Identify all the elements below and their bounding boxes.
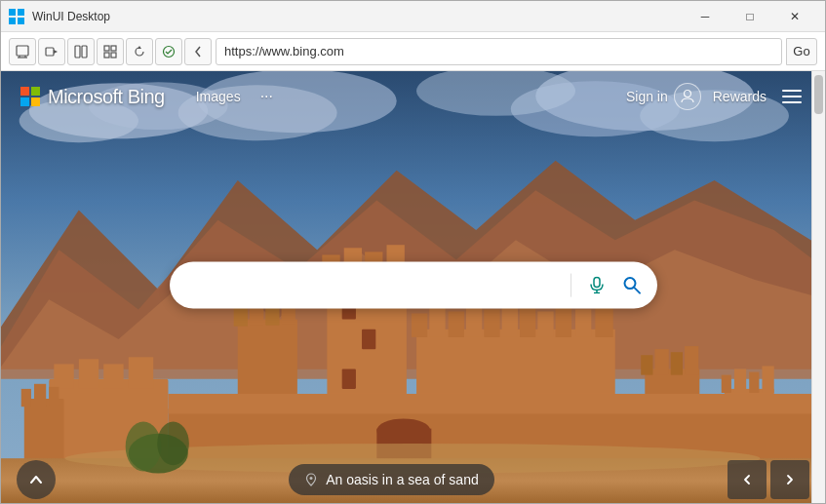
- address-input[interactable]: [216, 38, 782, 65]
- svg-rect-46: [362, 330, 375, 349]
- svg-point-91: [310, 477, 313, 480]
- toolbar-btn-check[interactable]: [155, 38, 182, 65]
- title-bar: WinUI Desktop ─ □ ✕: [1, 1, 825, 32]
- svg-rect-11: [82, 46, 87, 58]
- svg-rect-64: [575, 309, 591, 337]
- check-icon: [162, 45, 176, 58]
- svg-rect-1: [18, 9, 24, 16]
- search-container: [170, 261, 657, 308]
- svg-rect-47: [342, 369, 356, 389]
- ms-sq-blue: [20, 97, 29, 106]
- prev-image-button[interactable]: [728, 460, 767, 499]
- svg-rect-77: [168, 394, 823, 413]
- svg-rect-14: [104, 53, 109, 58]
- toolbar-btn-5[interactable]: [126, 38, 153, 65]
- sign-in-button[interactable]: Sign in: [626, 83, 701, 110]
- scroll-up-button[interactable]: [17, 460, 56, 499]
- ham-line-2: [782, 96, 802, 97]
- back-arrow-icon: [191, 45, 205, 58]
- browser-content: Microsoft Bing Images ··· Sign in Reward…: [1, 71, 825, 503]
- svg-rect-38: [34, 384, 46, 406]
- nav-toolbar: [9, 38, 212, 65]
- toolbar-btn-3[interactable]: [67, 38, 95, 65]
- sign-in-label: Sign in: [626, 89, 668, 104]
- toolbar-btn-back[interactable]: [184, 38, 212, 65]
- nav-link-images[interactable]: Images: [188, 85, 249, 108]
- layout-icon: [74, 45, 88, 58]
- search-divider: [570, 273, 571, 296]
- svg-rect-8: [46, 48, 54, 56]
- svg-rect-4: [17, 46, 28, 56]
- image-caption-pill[interactable]: An oasis in a sea of sand: [289, 464, 493, 495]
- screen-icon: [16, 45, 29, 58]
- svg-rect-63: [556, 305, 571, 337]
- ms-sq-green: [31, 87, 40, 96]
- maximize-button[interactable]: □: [728, 1, 772, 32]
- video-icon: [45, 45, 59, 58]
- location-pin-icon: [304, 473, 318, 486]
- svg-rect-59: [484, 309, 499, 337]
- bing-logo[interactable]: Microsoft Bing: [20, 86, 165, 108]
- svg-rect-67: [641, 355, 652, 374]
- toolbar-btn-1[interactable]: [9, 38, 36, 65]
- next-image-button[interactable]: [770, 460, 809, 499]
- minimize-button[interactable]: ─: [683, 1, 728, 32]
- chevron-left-icon: [741, 474, 753, 485]
- window-title: WinUI Desktop: [32, 10, 675, 23]
- refresh-icon: [133, 45, 146, 58]
- go-button[interactable]: Go: [786, 38, 817, 65]
- ham-line-3: [782, 101, 802, 103]
- svg-rect-72: [722, 375, 731, 393]
- svg-rect-56: [429, 307, 445, 337]
- microphone-icon: [588, 276, 606, 293]
- close-button[interactable]: ✕: [772, 1, 817, 32]
- svg-rect-13: [111, 46, 116, 51]
- svg-rect-39: [49, 387, 59, 405]
- svg-rect-15: [111, 53, 116, 58]
- scroll-thumb[interactable]: [814, 75, 823, 114]
- nav-right: Sign in Rewards: [626, 83, 806, 110]
- microphone-button[interactable]: [579, 267, 614, 302]
- svg-rect-57: [449, 311, 464, 336]
- svg-rect-58: [466, 305, 482, 337]
- svg-rect-12: [104, 46, 109, 51]
- svg-line-90: [634, 287, 640, 292]
- bing-navbar: Microsoft Bing Images ··· Sign in Reward…: [1, 71, 825, 122]
- nav-links: Images ···: [188, 84, 281, 109]
- search-input[interactable]: [189, 276, 563, 293]
- svg-point-17: [164, 46, 175, 57]
- toolbar-btn-2[interactable]: [38, 38, 65, 65]
- svg-rect-10: [75, 46, 80, 58]
- scrollbar[interactable]: [811, 71, 825, 503]
- svg-rect-61: [520, 306, 535, 337]
- ham-line-1: [782, 90, 802, 92]
- svg-rect-74: [749, 372, 759, 393]
- search-button[interactable]: [614, 267, 649, 302]
- grid-icon: [103, 45, 117, 58]
- svg-rect-69: [671, 352, 683, 374]
- user-icon: [674, 83, 701, 110]
- svg-rect-3: [18, 18, 24, 24]
- chevron-right-icon: [784, 474, 796, 485]
- toolbar-btn-4[interactable]: [97, 38, 124, 65]
- ms-sq-red: [20, 87, 29, 96]
- svg-rect-0: [9, 9, 16, 16]
- svg-point-79: [376, 418, 430, 442]
- svg-rect-34: [103, 364, 123, 388]
- microsoft-grid-icon: [20, 87, 40, 106]
- svg-rect-75: [762, 366, 773, 392]
- svg-rect-70: [685, 346, 698, 375]
- hamburger-menu-button[interactable]: [778, 86, 806, 107]
- svg-rect-73: [734, 369, 746, 393]
- window-controls: ─ □ ✕: [683, 1, 817, 32]
- svg-rect-2: [9, 18, 16, 24]
- window-frame: WinUI Desktop ─ □ ✕: [0, 0, 826, 504]
- rewards-button[interactable]: Rewards: [713, 89, 767, 104]
- nav-more-button[interactable]: ···: [253, 84, 281, 109]
- bing-brand-name: Microsoft Bing: [48, 86, 165, 108]
- svg-rect-32: [54, 364, 73, 388]
- search-icon: [622, 275, 642, 294]
- svg-rect-55: [412, 313, 427, 336]
- chevron-up-icon: [29, 473, 43, 486]
- bottom-bar: An oasis in a sea of sand: [1, 456, 825, 503]
